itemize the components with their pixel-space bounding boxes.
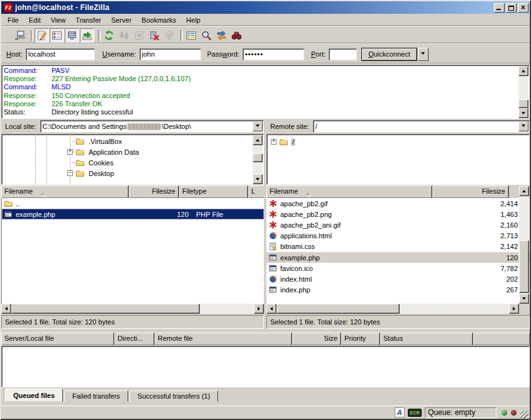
toggle-remote-tree-icon (67, 30, 77, 41)
toggle-transfer-queue-icon (82, 30, 92, 41)
toggle-local-tree-icon (52, 30, 62, 41)
window-title: john@localhost - FileZilla (15, 3, 494, 12)
file-row[interactable]: favicon.ico 7,782 (266, 263, 530, 274)
toolbar-button[interactable] (117, 28, 131, 43)
local-site-dropdown[interactable] (253, 121, 263, 131)
toolbar-button[interactable] (199, 28, 214, 43)
log-line: Status: Directory listing successful (2, 108, 529, 116)
toolbar-button[interactable] (65, 28, 79, 43)
tree-item[interactable]: + Application Data (2, 146, 263, 157)
find-files-icon (231, 30, 242, 41)
log-scrollbar[interactable] (518, 66, 528, 118)
menu-item[interactable]: File (3, 14, 24, 26)
column-header[interactable]: Priority (341, 333, 380, 345)
tree-item[interactable]: .VirtualBox (2, 136, 263, 146)
remote-site-row: Remote site: / (266, 119, 530, 133)
toolbar-button[interactable] (13, 28, 27, 43)
queue-list[interactable] (1, 346, 530, 387)
file-row[interactable]: example.php 120 (266, 252, 530, 263)
queue-tab[interactable]: Failed transfers (64, 390, 128, 402)
column-header[interactable]: Filename (266, 185, 432, 198)
toolbar-button[interactable] (80, 28, 94, 43)
column-header[interactable]: Filetype (179, 185, 248, 198)
column-header[interactable]: Filesize (432, 185, 509, 198)
toolbar-button[interactable] (102, 28, 116, 43)
host-input[interactable] (26, 48, 95, 60)
tree-item[interactable]: + / (267, 136, 529, 147)
remote-site-combobox[interactable]: / (313, 120, 530, 133)
port-input[interactable] (329, 48, 357, 60)
process-queue-icon (119, 30, 129, 41)
menu-item[interactable]: Server (106, 14, 136, 26)
message-log: Command: PASV Response: 227 Entering Pas… (1, 65, 530, 119)
folder-icon (4, 199, 13, 208)
file-row[interactable]: bitnami.css 2,142 (266, 241, 530, 252)
column-header-filler (473, 333, 530, 345)
site-manager-dropdown[interactable] (4, 28, 12, 43)
column-header[interactable]: Size (292, 333, 341, 345)
local-site-combobox[interactable]: C:\Documents and Settings\Desktop\ (40, 120, 264, 133)
file-row[interactable]: index.php 267 (266, 285, 530, 296)
tree-expander[interactable]: + (271, 139, 276, 145)
password-label: Password: (207, 50, 239, 58)
toolbar-button[interactable] (184, 28, 199, 43)
column-header[interactable]: Status (380, 333, 473, 345)
username-input[interactable] (140, 48, 201, 60)
directory-comparison-icon (201, 30, 212, 41)
tree-expander[interactable]: − (67, 170, 73, 176)
toolbar-button[interactable] (229, 28, 244, 43)
file-row[interactable]: example.php 120 PHP File 1 (2, 209, 264, 219)
quickconnect-button[interactable]: Quickconnect (361, 48, 417, 61)
remote-list-hscrollbar[interactable] (266, 304, 519, 314)
column-header[interactable]: Remote file (155, 333, 292, 345)
menu-item[interactable]: Help (181, 14, 205, 26)
transfer-type-icon[interactable]: A (395, 407, 405, 417)
close-button[interactable]: × (518, 3, 528, 13)
toolbar-button[interactable] (214, 28, 229, 43)
menu-item[interactable]: Bookmarks (136, 14, 181, 26)
toolbar-button[interactable] (50, 28, 64, 43)
resize-grip[interactable] (520, 411, 528, 419)
menu-item[interactable]: View (46, 14, 71, 26)
column-header[interactable]: L (248, 185, 264, 198)
toolbar-button[interactable] (132, 28, 146, 43)
minimize-icon (496, 9, 501, 10)
tree-item[interactable]: Cookies (2, 157, 263, 168)
column-header[interactable]: Server/Local file (1, 333, 114, 345)
file-row[interactable]: applications.html 2,713 (266, 231, 530, 241)
file-row[interactable]: .. (2, 198, 264, 209)
status-bar: A SCR Queue: empty (1, 406, 530, 419)
log-line: Response: 226 Transfer OK (2, 100, 529, 108)
local-list-hscrollbar[interactable] (1, 304, 264, 314)
password-input[interactable] (243, 48, 304, 60)
speed-limits-icon[interactable]: SCR (408, 409, 422, 417)
file-row[interactable]: apache_pb2.gif 2,414 (266, 198, 530, 209)
title-bar: Fz john@localhost - FileZilla × (1, 1, 530, 14)
remote-site-dropdown[interactable] (518, 121, 528, 131)
local-tree-scrollbar[interactable] (253, 135, 263, 184)
column-header[interactable]: Filename (1, 185, 129, 198)
file-row[interactable]: apache_pb2_ani.gif 2,160 (266, 219, 530, 230)
toolbar-button[interactable] (147, 28, 161, 43)
toolbar-button[interactable] (162, 28, 177, 43)
file-row[interactable]: index.html 202 (266, 274, 530, 284)
tree-item[interactable]: − Desktop (2, 168, 263, 179)
remote-list-scrollbar[interactable] (519, 186, 529, 304)
column-header[interactable]: Directi... (114, 333, 155, 345)
remote-file-list: apache_pb2.gif 2,414 apache_pb2.png 1,46… (266, 198, 530, 304)
local-site-row: Local site: C:\Documents and Settings\De… (1, 119, 264, 133)
menu-item[interactable]: Edit (24, 14, 46, 26)
php-icon (268, 253, 278, 262)
queue-tab[interactable]: Successful transfers (1) (129, 390, 219, 402)
menu-item[interactable]: Transfer (70, 14, 106, 26)
minimize-button[interactable] (494, 3, 505, 13)
tree-expander[interactable]: + (67, 149, 73, 155)
file-row[interactable]: apache_pb2.png 1,463 (266, 209, 530, 219)
image-icon (268, 199, 278, 208)
toolbar-button[interactable] (35, 28, 49, 43)
column-header[interactable]: Filesize (129, 185, 179, 198)
queue-tab[interactable]: Queued files (5, 389, 63, 402)
quickconnect-dropdown[interactable] (418, 48, 429, 61)
maximize-button[interactable] (506, 3, 517, 13)
filezilla-logo-icon: Fz (4, 3, 13, 12)
